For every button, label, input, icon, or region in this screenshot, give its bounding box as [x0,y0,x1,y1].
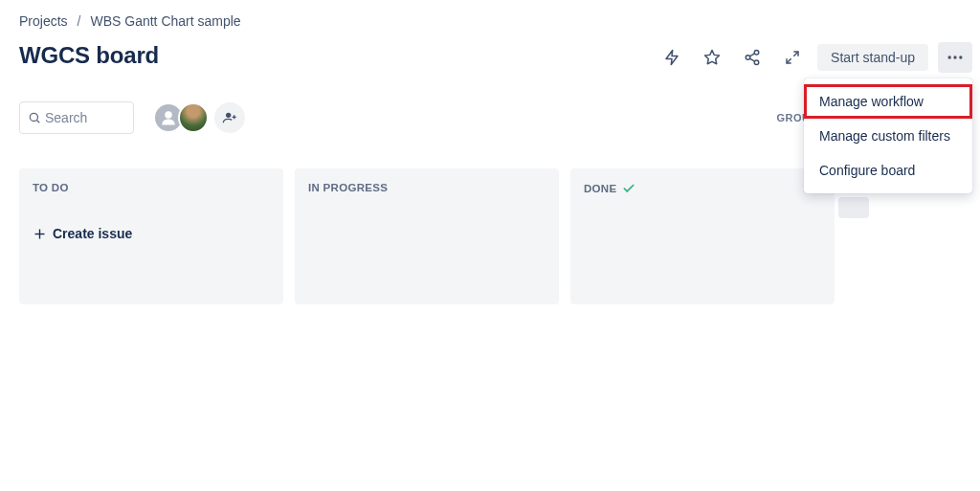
more-menu-button[interactable] [938,42,972,73]
svg-point-13 [226,113,231,118]
svg-point-7 [948,56,951,58]
menu-manage-custom-filters[interactable]: Manage custom filters [804,119,972,153]
search-input[interactable] [45,110,125,125]
more-menu-dropdown: Manage workflow Manage custom filters Co… [804,78,972,193]
share-icon[interactable] [737,42,768,73]
search-input-container[interactable] [19,101,134,134]
svg-point-12 [165,111,172,119]
svg-point-10 [30,113,37,121]
svg-point-0 [754,51,759,56]
column-todo: TO DO Create issue [19,168,283,304]
column-header-done[interactable]: DONE [580,182,825,195]
breadcrumb-project-name[interactable]: WBS Gantt Chart sample [90,13,240,29]
fullscreen-icon[interactable] [777,42,808,73]
breadcrumb-separator: / [78,13,81,29]
menu-configure-board[interactable]: Configure board [804,153,972,188]
header-toolbar: Start stand-up [657,42,972,73]
create-issue-button[interactable]: Create issue [29,226,274,241]
svg-point-2 [754,60,759,65]
star-icon[interactable] [697,42,727,73]
breadcrumb-projects[interactable]: Projects [19,13,68,29]
check-icon [622,182,635,195]
assignee-avatars [153,102,245,133]
menu-manage-workflow[interactable]: Manage workflow [804,84,972,119]
automation-icon[interactable] [657,42,687,73]
avatar-user[interactable] [178,102,209,133]
plus-icon [33,227,47,241]
search-icon [28,111,41,124]
svg-point-9 [959,56,962,58]
column-header-todo[interactable]: TO DO [29,182,274,193]
column-count-badge [838,197,869,218]
column-header-in-progress[interactable]: IN PROGRESS [304,182,549,193]
svg-point-8 [953,56,956,58]
svg-line-3 [750,54,755,56]
svg-point-1 [746,56,750,60]
page-title: WGCS board [19,42,159,69]
add-person-button[interactable] [214,102,245,133]
create-issue-label: Create issue [53,226,132,241]
breadcrumb: Projects / WBS Gantt Chart sample [19,13,961,29]
column-in-progress: IN PROGRESS [295,168,559,304]
start-standup-button[interactable]: Start stand-up [817,44,928,71]
column-done: DONE [570,168,835,304]
svg-line-11 [36,120,39,123]
svg-line-4 [750,58,755,61]
